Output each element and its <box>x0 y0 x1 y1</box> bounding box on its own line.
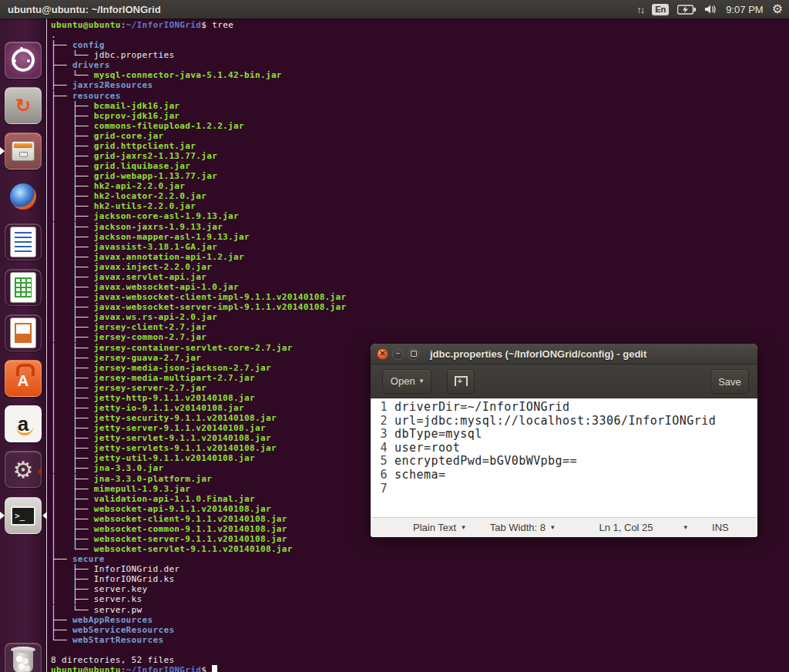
terminal-output-line: │ ├── javax.ws.rs-api-2.0.jar <box>51 312 789 322</box>
terminal-output-line: │ ├── commons-fileupload-1.2.2.jar <box>51 121 789 131</box>
gedit-statusbar: Plain Text ▾ Tab Width: 8 ▾ Ln 1, Col 25… <box>371 517 757 537</box>
terminal-output-line: │ ├── grid-webapp-1.13.77.jar <box>51 171 789 181</box>
terminal-output-line: . <box>51 30 789 40</box>
terminal-output-line: │ ├── jersey-common-2.7.jar <box>51 332 789 342</box>
launcher-item-term[interactable]: >_ <box>5 497 42 534</box>
launcher-item-disk[interactable]: ↻ <box>5 87 42 124</box>
terminal-output-line: │ ├── bcmail-jdk16.jar <box>51 101 789 111</box>
line-text: user=root <box>394 442 460 455</box>
line-number: 5 <box>371 455 388 469</box>
save-button-label: Save <box>718 376 741 388</box>
minimize-icon[interactable]: − <box>392 348 404 360</box>
terminal-output-line: │ ├── server.ks <box>51 594 789 604</box>
line-number: 6 <box>371 469 388 482</box>
focused-indicator-icon <box>42 512 47 519</box>
gedit-window[interactable]: ✕ − jdbc.properties (~/InforIONGrid/conf… <box>371 344 757 533</box>
terminal-output-line: │ ├── javassist-3.18.1-GA.jar <box>51 242 789 252</box>
terminal-output-line: │ ├── grid-jaxrs2-1.13.77.jar <box>51 151 789 161</box>
terminal-output-line: └── webStartResources <box>51 635 789 645</box>
terminal-output-line: │ ├── jackson-jaxrs-1.9.13.jar <box>51 222 789 232</box>
file-cabinet-icon <box>12 141 35 161</box>
terminal-output-line: │ ├── hk2-api-2.2.0.jar <box>51 181 789 191</box>
statusbar-dropdown[interactable]: ▾ <box>684 524 688 531</box>
cursor-position: Ln 1, Col 25 <box>599 522 653 533</box>
launcher-item-dash[interactable] <box>5 42 42 79</box>
line-number: 7 <box>371 482 388 496</box>
terminal-output-line: │ └── server.pw <box>51 605 789 615</box>
keyboard-layout-indicator[interactable]: En <box>652 4 669 15</box>
launcher-item-impress[interactable] <box>5 314 42 351</box>
system-tray: ↑↓ En 9:07 PM ⚙ <box>636 3 783 15</box>
firefox-globe-icon <box>10 183 36 210</box>
launcher-item-settings[interactable]: ⚙ <box>5 451 42 488</box>
terminal-output-line: │ ├── javax-websocket-client-impl-9.1.1.… <box>51 292 789 302</box>
editor-line: 3dbType=mysql <box>371 428 757 442</box>
line-text: encryptedPwd=bGV0bWVpbg== <box>394 455 577 469</box>
launcher-item-soft[interactable]: A <box>5 360 42 397</box>
terminal-command-line: ubuntu@ubuntu:~/InforIONGrid$ tree <box>51 20 789 30</box>
editor-line: 2url=jdbc:mysql://localhost:3306/InforIO… <box>371 415 757 428</box>
terminal-output-line: │ ├── InforIONGrid.der <box>51 564 789 574</box>
launcher-item-firefox[interactable] <box>5 178 42 215</box>
terminal-output-line: │ ├── javax.inject-2.2.0.jar <box>51 262 789 272</box>
save-button[interactable]: Save <box>710 369 749 394</box>
terminal-prompt-icon: >_ <box>11 506 35 526</box>
terminal-output-line: │ ├── bcprov-jdk16.jar <box>51 111 789 121</box>
launcher-item-trash[interactable] <box>5 643 42 672</box>
insert-mode-label: INS <box>712 522 729 533</box>
gedit-toolbar: Open ▾ Save <box>371 365 757 398</box>
terminal-output-line: │ ├── grid.liquibase.jar <box>51 161 789 171</box>
terminal-output-line: │ └── mysql-connector-java-5.1.42-bin.ja… <box>51 70 789 80</box>
active-window-title: ubuntu@ubuntu: ~/InforIONGrid <box>8 4 636 15</box>
tab-width-dropdown[interactable]: Tab Width: 8 ▾ <box>490 522 555 533</box>
terminal-output-line: │ ├── grid-core.jar <box>51 131 789 141</box>
terminal-output-line: │ ├── javax.servlet-api.jar <box>51 272 789 282</box>
terminal-prompt-line[interactable]: ubuntu@ubuntu:~/InforIONGrid$ <box>51 665 789 672</box>
terminal-output-line: ├── config <box>51 40 789 50</box>
terminal-cursor <box>212 665 217 672</box>
insert-mode-indicator: INS <box>712 522 729 533</box>
terminal-output-line: │ ├── javax.websocket-api-1.0.jar <box>51 282 789 292</box>
trash-basket-icon <box>13 650 33 672</box>
launcher-item-writer[interactable] <box>5 223 42 260</box>
volume-icon[interactable] <box>704 4 717 15</box>
close-icon[interactable]: ✕ <box>377 348 388 360</box>
launcher-item-amazon[interactable]: a <box>5 405 42 442</box>
terminal-output-line: │ ├── InforIONGrid.ks <box>51 574 789 584</box>
gedit-text-area[interactable]: 1driverDir=~/InforIONGrid2url=jdbc:mysql… <box>371 398 757 517</box>
chevron-down-icon: ▾ <box>462 524 465 531</box>
terminal-output-line: ├── webAppResources <box>51 615 789 625</box>
terminal-output-line: │ ├── hk2-utils-2.2.0.jar <box>51 201 789 211</box>
battery-charging-icon[interactable] <box>677 5 696 15</box>
terminal-output-line: │ ├── jackson-mapper-asl-1.9.13.jar <box>51 232 789 242</box>
updater-arrows-icon: ↻ <box>15 95 31 116</box>
terminal-output-line <box>51 645 789 655</box>
gear-icon[interactable]: ⚙ <box>772 3 783 15</box>
clock[interactable]: 9:07 PM <box>726 4 763 15</box>
chevron-down-icon: ▾ <box>420 378 424 385</box>
cursor-position-label: Ln 1, Col 25 <box>599 522 653 533</box>
language-dropdown[interactable]: Plain Text ▾ <box>413 522 465 533</box>
calc-spreadsheet-icon <box>10 272 36 303</box>
settings-gear-icon: ⚙ <box>13 456 34 483</box>
terminal-output-line: │ ├── javax.annotation-api-1.2.jar <box>51 252 789 262</box>
launcher-item-files[interactable] <box>5 133 42 170</box>
line-text: url=jdbc:mysql://localhost:3306/InforION… <box>394 415 716 428</box>
line-number: 1 <box>371 401 388 415</box>
launcher-item-calc[interactable] <box>5 269 42 306</box>
gedit-window-title: jdbc.properties (~/InforIONGrid/config) … <box>430 348 646 360</box>
terminal-output-line: ├── resources <box>51 91 789 101</box>
gedit-titlebar[interactable]: ✕ − jdbc.properties (~/InforIONGrid/conf… <box>371 344 757 365</box>
new-document-button[interactable] <box>447 369 475 394</box>
maximize-icon[interactable] <box>408 348 419 360</box>
top-panel: ubuntu@ubuntu: ~/InforIONGrid ↑↓ En 9:07… <box>0 0 789 18</box>
terminal-output-line: ├── drivers <box>51 60 789 70</box>
line-text: schema= <box>394 469 445 482</box>
terminal-output-line: │ └── jdbc.properties <box>51 50 789 60</box>
updown-arrows-icon[interactable]: ↑↓ <box>636 4 643 15</box>
terminal-output-line: ├── webServiceResources <box>51 625 789 635</box>
editor-line: 4user=root <box>371 442 757 455</box>
new-document-icon <box>455 376 468 386</box>
open-button[interactable]: Open ▾ <box>382 369 431 394</box>
terminal-output-line: 8 directories, 52 files <box>51 655 789 665</box>
